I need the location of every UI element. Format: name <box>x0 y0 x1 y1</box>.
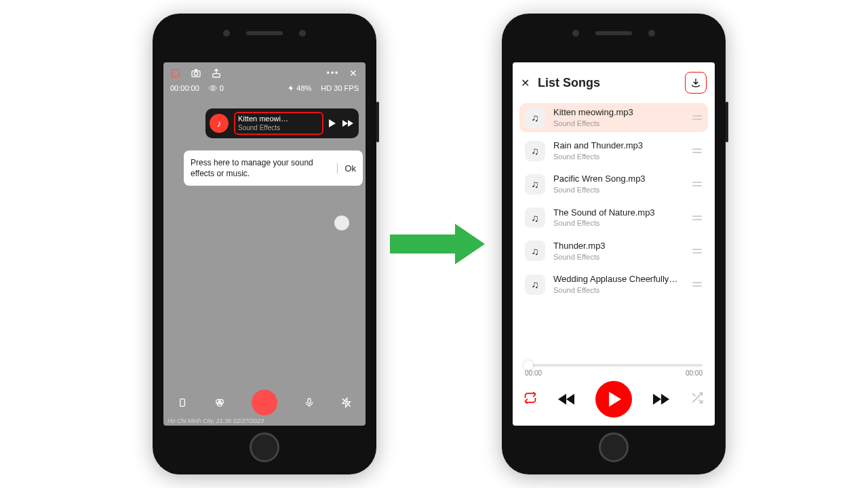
drag-handle-icon[interactable] <box>692 216 703 220</box>
play-icon[interactable] <box>329 119 336 127</box>
song-category: Sound Effects <box>553 252 684 262</box>
song-name: Pacific Wren Song.mp3 <box>553 174 684 185</box>
record-button[interactable] <box>252 390 277 415</box>
svg-rect-3 <box>213 74 220 77</box>
arrow-right-icon <box>390 224 498 264</box>
song-category: Sound Effects <box>553 119 684 128</box>
song-name: Thunder.mp3 <box>553 241 684 252</box>
play-button[interactable] <box>595 381 632 418</box>
share-icon[interactable] <box>211 68 222 79</box>
focus-point[interactable] <box>334 216 349 230</box>
song-category: Sound Effects <box>553 185 684 195</box>
song-row[interactable]: ♫ Pacific Wren Song.mp3 Sound Effects <box>519 169 708 199</box>
slider-knob[interactable] <box>524 361 533 370</box>
mini-player[interactable]: ♪ Kitten meowi… Sound Effects <box>205 108 359 138</box>
page-title: List Songs <box>538 76 685 90</box>
svg-point-4 <box>212 87 214 89</box>
home-button[interactable] <box>599 432 629 462</box>
time-total: 00:00 <box>686 369 703 377</box>
music-note-icon: ♫ <box>525 141 545 161</box>
download-button[interactable] <box>685 72 707 94</box>
song-name: The Sound of Nature.mp3 <box>553 207 684 219</box>
view-count: 0 <box>209 84 224 92</box>
music-note-icon: ♫ <box>525 207 545 228</box>
close-icon[interactable] <box>521 77 530 89</box>
song-category: Sound Effects <box>553 285 684 295</box>
camera-watermark: Ho Chi Minh City, 21:36 02/27/2023 <box>167 418 264 424</box>
phone-hardware-top <box>153 30 376 37</box>
battery-status: 48% <box>288 84 311 92</box>
phone-left: ••• 00:00:00 0 48% HD 30 FPS ♪ K <box>153 14 376 474</box>
svg-point-2 <box>194 72 197 75</box>
rewind-icon[interactable] <box>558 394 574 405</box>
loop-icon[interactable] <box>524 391 537 408</box>
svg-rect-5 <box>180 399 184 407</box>
camera-icon[interactable] <box>191 68 201 79</box>
song-name: Kitten meowing.mp3 <box>553 107 684 119</box>
flash-off-icon[interactable] <box>341 397 352 408</box>
song-row[interactable]: ♫ Thunder.mp3 Sound Effects <box>519 237 708 266</box>
drag-handle-icon[interactable] <box>692 148 703 153</box>
microphone-icon[interactable] <box>304 397 315 408</box>
mini-player-category: Sound Effects <box>238 124 319 133</box>
effects-icon[interactable] <box>170 68 181 79</box>
time-current: 00:00 <box>525 369 542 377</box>
player-controls: 00:00 00:00 <box>513 354 715 426</box>
tooltip-text: Press here to manage your sound effects … <box>191 157 337 179</box>
quality-label[interactable]: HD 30 FPS <box>321 84 359 92</box>
more-icon[interactable]: ••• <box>328 68 338 79</box>
screen-camera: ••• 00:00:00 0 48% HD 30 FPS ♪ K <box>163 62 366 426</box>
song-row[interactable]: ♫ Kitten meowing.mp3 Sound Effects <box>519 103 708 132</box>
song-category: Sound Effects <box>553 152 684 161</box>
svg-rect-0 <box>172 70 180 77</box>
eye-icon <box>209 84 217 92</box>
mini-player-label-highlight[interactable]: Kitten meowi… Sound Effects <box>234 112 323 135</box>
drag-handle-icon[interactable] <box>692 249 703 253</box>
phone-right: List Songs ♫ Kitten meowing.mp3 Sound Ef… <box>502 14 726 474</box>
filters-icon[interactable] <box>214 397 225 408</box>
music-note-icon: ♪ <box>210 114 229 133</box>
svg-rect-9 <box>308 399 311 403</box>
song-list[interactable]: ♫ Kitten meowing.mp3 Sound Effects ♫ Rai… <box>513 100 715 354</box>
music-note-icon: ♫ <box>525 174 545 195</box>
mini-player-title: Kitten meowi… <box>238 115 319 124</box>
seek-slider[interactable] <box>525 364 703 367</box>
download-icon <box>690 77 701 88</box>
close-icon[interactable] <box>348 68 359 79</box>
shuffle-icon[interactable] <box>690 391 704 408</box>
drag-handle-icon[interactable] <box>692 115 703 120</box>
next-icon[interactable] <box>342 120 353 127</box>
orientation-icon[interactable] <box>177 397 188 408</box>
phone-hardware-top <box>502 30 726 37</box>
song-name: Wedding Applause Cheerfully… <box>553 274 684 285</box>
home-button[interactable] <box>250 432 279 462</box>
drag-handle-icon[interactable] <box>692 182 703 186</box>
camera-status-bar: 00:00:00 0 48% HD 30 FPS <box>163 84 366 96</box>
song-category: Sound Effects <box>553 218 684 228</box>
songs-header: List Songs <box>513 62 715 100</box>
song-row[interactable]: ♫ Rain and Thunder.mp3 Sound Effects <box>519 136 708 165</box>
tooltip-ok-button[interactable]: Ok <box>337 163 356 174</box>
tooltip: Press here to manage your sound effects … <box>184 150 363 186</box>
drag-handle-icon[interactable] <box>692 282 703 287</box>
bolt-icon <box>288 84 294 92</box>
forward-icon[interactable] <box>653 394 669 405</box>
record-timer: 00:00:00 <box>170 84 199 92</box>
song-row[interactable]: ♫ Wedding Applause Cheerfully… Sound Eff… <box>519 270 708 299</box>
music-note-icon: ♫ <box>525 241 545 261</box>
camera-top-bar: ••• <box>163 62 366 84</box>
song-row[interactable]: ♫ The Sound of Nature.mp3 Sound Effects <box>519 203 708 232</box>
screen-list-songs: List Songs ♫ Kitten meowing.mp3 Sound Ef… <box>513 62 715 426</box>
song-name: Rain and Thunder.mp3 <box>553 140 684 152</box>
music-note-icon: ♫ <box>525 108 545 128</box>
music-note-icon: ♫ <box>525 274 545 295</box>
